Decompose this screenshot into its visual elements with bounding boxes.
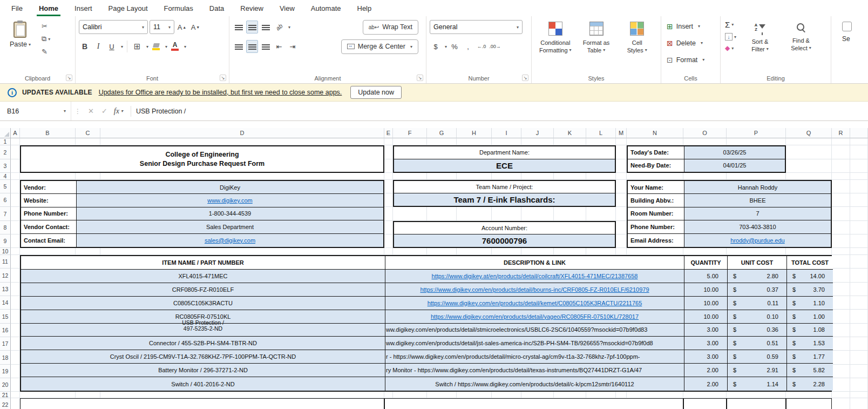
item-qty-cell[interactable]: 10.00 xyxy=(684,283,728,297)
grid-cell[interactable] xyxy=(11,180,20,193)
item-unit-cost-cell[interactable]: $2.91 xyxy=(728,364,787,377)
item-name-cell[interactable]: XFL4015-471MEC xyxy=(21,270,385,283)
grid-cell[interactable] xyxy=(586,248,616,255)
partial-row-qty-cell[interactable] xyxy=(683,398,727,409)
format-painter-button[interactable]: ✎ xyxy=(42,48,50,56)
grid-cell[interactable] xyxy=(786,248,832,255)
grid-cell[interactable] xyxy=(384,159,393,173)
column-header-O[interactable]: O xyxy=(683,128,727,138)
grid-cell[interactable] xyxy=(850,138,868,145)
item-unit-cost-cell[interactable]: $1.14 xyxy=(728,377,787,391)
grid-cell[interactable] xyxy=(586,173,616,180)
person-form-value[interactable]: 7 xyxy=(684,207,831,220)
grid-cell[interactable] xyxy=(616,207,627,221)
row-header-18[interactable]: 18 xyxy=(0,351,11,365)
grid-cell[interactable] xyxy=(786,392,832,398)
person-form-label[interactable]: Email Address: xyxy=(628,234,684,247)
item-desc-cell[interactable]: https://www.digikey.at/en/products/detai… xyxy=(385,270,684,283)
grid-cell[interactable] xyxy=(786,173,832,180)
grid-cell[interactable] xyxy=(11,255,20,269)
grid-cell[interactable] xyxy=(100,138,384,145)
grid-cell[interactable] xyxy=(850,296,868,310)
grid-cell[interactable] xyxy=(76,392,100,398)
column-header-I[interactable]: I xyxy=(492,128,521,138)
grid-cell[interactable] xyxy=(11,392,20,398)
item-qty-cell[interactable]: 10.00 xyxy=(684,310,728,324)
grid-cell[interactable] xyxy=(492,248,521,255)
menu-tab-insert[interactable]: Insert xyxy=(66,0,100,16)
item-qty-cell[interactable]: 5.00 xyxy=(684,270,728,283)
grid-cell[interactable] xyxy=(11,248,20,255)
grid-cell[interactable] xyxy=(832,351,850,365)
item-total-cost-cell[interactable]: $1.00 xyxy=(787,310,833,324)
grid-cell[interactable] xyxy=(683,248,727,255)
department-name-label[interactable]: Department Name: xyxy=(394,146,615,159)
item-name-cell[interactable]: C0805C105K3RACTU xyxy=(21,297,385,310)
grid-cell[interactable] xyxy=(11,207,20,221)
decrease-indent-button[interactable]: ⇤ xyxy=(273,40,285,53)
grid-cell[interactable] xyxy=(832,180,850,193)
grid-cell[interactable] xyxy=(11,283,20,296)
item-total-cost-cell[interactable]: $1.53 xyxy=(787,337,833,350)
clipboard-dialog-launcher[interactable]: ↘ xyxy=(66,75,72,81)
department-name-value[interactable]: ECE xyxy=(394,159,615,172)
grid-cell[interactable] xyxy=(554,138,586,145)
column-header-C[interactable]: C xyxy=(76,128,100,138)
row-header-1[interactable]: 1 xyxy=(0,138,11,145)
date-form-value[interactable]: 04/01/25 xyxy=(684,159,785,172)
grid-cell[interactable] xyxy=(832,248,850,255)
find-select-button[interactable]: Find &Select▾ xyxy=(781,19,822,53)
item-qty-cell[interactable]: 2.00 xyxy=(684,377,728,391)
font-size-select[interactable]: 11▾ xyxy=(150,20,174,34)
alignment-dialog-launcher[interactable]: ↘ xyxy=(417,75,423,81)
grid-cell[interactable] xyxy=(832,255,850,269)
menu-tab-page-layout[interactable]: Page Layout xyxy=(100,0,156,16)
grid-cell[interactable] xyxy=(100,173,384,180)
vendor-form-label[interactable]: Contact Email: xyxy=(21,234,77,247)
grid-cell[interactable] xyxy=(100,248,384,255)
grid-cell[interactable] xyxy=(11,337,20,351)
column-header-L[interactable]: L xyxy=(586,128,616,138)
grid-cell[interactable] xyxy=(683,392,727,398)
grid-cell[interactable] xyxy=(521,138,554,145)
grid-cell[interactable] xyxy=(850,337,868,351)
increase-indent-button[interactable]: ⇥ xyxy=(287,40,299,53)
person-form-value[interactable]: BHEE xyxy=(684,194,831,207)
grid-cell[interactable] xyxy=(616,180,627,193)
item-unit-cost-cell[interactable]: $0.51 xyxy=(728,337,787,350)
align-top-button[interactable] xyxy=(233,21,245,33)
vendor-form-label[interactable]: Vendor: xyxy=(21,181,77,194)
grid-cell[interactable] xyxy=(384,193,393,207)
grid-cell[interactable] xyxy=(457,207,492,221)
row-header-5[interactable]: 5 xyxy=(0,180,11,193)
item-qty-cell[interactable]: 3.00 xyxy=(684,350,728,364)
partial-row-name-cell[interactable] xyxy=(20,398,384,409)
namebox-resize-handle[interactable]: ⋮ xyxy=(74,108,81,115)
grid-cell[interactable] xyxy=(627,248,683,255)
row-header-13[interactable]: 13 xyxy=(0,283,11,296)
grid-cell[interactable] xyxy=(20,248,76,255)
grid-cell[interactable] xyxy=(554,207,586,221)
font-color-button[interactable]: A xyxy=(169,40,181,53)
grid-cell[interactable] xyxy=(850,145,868,159)
grid-cell[interactable] xyxy=(492,392,521,398)
row-header-22[interactable]: 22 xyxy=(0,398,11,409)
column-header-D[interactable]: D xyxy=(100,128,384,138)
vendor-form-label[interactable]: Phone Number: xyxy=(21,207,77,220)
grid-cell[interactable] xyxy=(627,392,683,398)
grid-cell[interactable] xyxy=(727,138,786,145)
column-header-E[interactable]: E xyxy=(384,128,393,138)
item-table-header-4[interactable]: TOTAL COST xyxy=(787,256,833,270)
grid-cell[interactable] xyxy=(492,173,521,180)
grid-cell[interactable] xyxy=(457,248,492,255)
align-bottom-button[interactable] xyxy=(260,21,272,33)
grid-cell[interactable] xyxy=(727,392,786,398)
item-total-cost-cell[interactable]: $5.82 xyxy=(787,364,833,377)
grid-cell[interactable] xyxy=(786,138,832,145)
grid-cell[interactable] xyxy=(384,138,393,145)
grid-cell[interactable] xyxy=(832,296,850,310)
grid-cell[interactable] xyxy=(616,159,627,173)
fill-button[interactable]: ↓▾ xyxy=(725,33,736,41)
merge-center-button[interactable]: Merge & Center▾ xyxy=(341,39,418,54)
format-as-table-button[interactable]: Format asTable▾ xyxy=(576,19,617,55)
